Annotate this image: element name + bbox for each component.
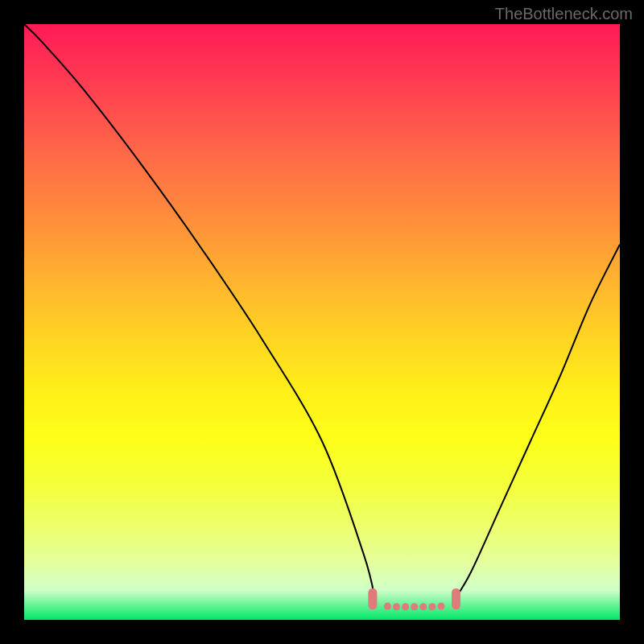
bottleneck-curve-chart <box>24 24 620 620</box>
curve-left <box>24 24 376 602</box>
valley-right-marker <box>452 588 460 609</box>
watermark-label: TheBottleneck.com <box>495 5 633 23</box>
valley-floor-dots <box>384 602 445 610</box>
svg-point-0 <box>384 602 391 609</box>
svg-point-6 <box>438 602 445 609</box>
svg-point-1 <box>393 603 400 610</box>
svg-point-3 <box>411 603 418 610</box>
svg-point-2 <box>402 603 409 610</box>
svg-point-5 <box>428 603 436 610</box>
valley-left-marker <box>368 588 377 609</box>
svg-point-4 <box>419 603 427 610</box>
curve-right <box>453 245 620 602</box>
